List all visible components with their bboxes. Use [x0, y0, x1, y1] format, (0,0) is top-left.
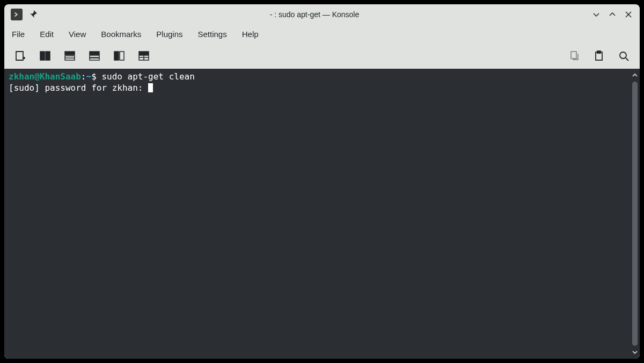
window-title: - : sudo apt-get — Konsole — [43, 10, 586, 19]
menu-help[interactable]: Help — [242, 30, 259, 39]
svg-rect-10 — [139, 52, 149, 55]
new-tab-button[interactable] — [14, 49, 27, 62]
terminal-command: sudo apt-get clean — [101, 71, 194, 82]
copy-button[interactable] — [568, 49, 581, 62]
maximize-button[interactable] — [608, 10, 617, 19]
svg-line-18 — [626, 58, 628, 61]
svg-rect-0 — [40, 52, 45, 60]
titlebar: - : sudo apt-get — Konsole — [4, 4, 640, 25]
menu-bookmarks[interactable]: Bookmarks — [101, 30, 141, 39]
minimize-button[interactable] — [591, 10, 601, 19]
svg-rect-5 — [90, 52, 99, 55]
find-button[interactable] — [617, 49, 630, 62]
prompt-colon: : — [81, 71, 86, 82]
svg-point-17 — [620, 52, 626, 59]
svg-rect-8 — [114, 52, 119, 60]
terminal-cursor — [148, 83, 153, 92]
svg-rect-1 — [46, 52, 50, 60]
layout-cols-a-button[interactable] — [113, 49, 126, 62]
svg-rect-14 — [571, 52, 576, 59]
menu-file[interactable]: File — [12, 30, 25, 39]
terminal[interactable]: zkhan@KhanSaab:~$ sudo apt-get clean [su… — [4, 69, 630, 359]
layout-rows-b-button[interactable] — [88, 49, 101, 62]
layout-rows-a-button[interactable] — [63, 49, 76, 62]
paste-button[interactable] — [592, 49, 605, 62]
toolbar — [4, 43, 640, 69]
menu-plugins[interactable]: Plugins — [156, 30, 182, 39]
prompt-dollar: $ — [91, 71, 101, 82]
scroll-up-icon[interactable] — [632, 71, 638, 79]
svg-rect-9 — [120, 52, 124, 60]
svg-rect-16 — [597, 51, 601, 53]
scroll-thumb[interactable] — [632, 82, 638, 346]
konsole-window: - : sudo apt-get — Konsole File Edit Vie… — [4, 4, 640, 359]
scroll-down-icon[interactable] — [632, 348, 638, 357]
menu-edit[interactable]: Edit — [40, 30, 54, 39]
prompt-user: zkhan@KhanSaab — [9, 71, 81, 82]
menu-settings[interactable]: Settings — [198, 30, 227, 39]
pin-icon[interactable] — [29, 10, 38, 20]
menubar: File Edit View Bookmarks Plugins Setting… — [4, 25, 640, 43]
svg-rect-6 — [90, 55, 99, 57]
svg-rect-7 — [90, 58, 99, 60]
terminal-area: zkhan@KhanSaab:~$ sudo apt-get clean [su… — [4, 69, 640, 359]
prompt-path: ~ — [86, 71, 92, 82]
scroll-track[interactable] — [632, 82, 638, 346]
close-button[interactable] — [624, 10, 633, 19]
terminal-scrollbar[interactable] — [630, 69, 640, 359]
app-menu-icon[interactable] — [11, 9, 23, 20]
split-view-lr-button[interactable] — [39, 49, 52, 62]
menu-view[interactable]: View — [69, 30, 86, 39]
terminal-line-2: [sudo] password for zkhan: — [9, 83, 148, 93]
layout-grid-button[interactable] — [137, 49, 150, 62]
svg-rect-2 — [65, 52, 75, 55]
